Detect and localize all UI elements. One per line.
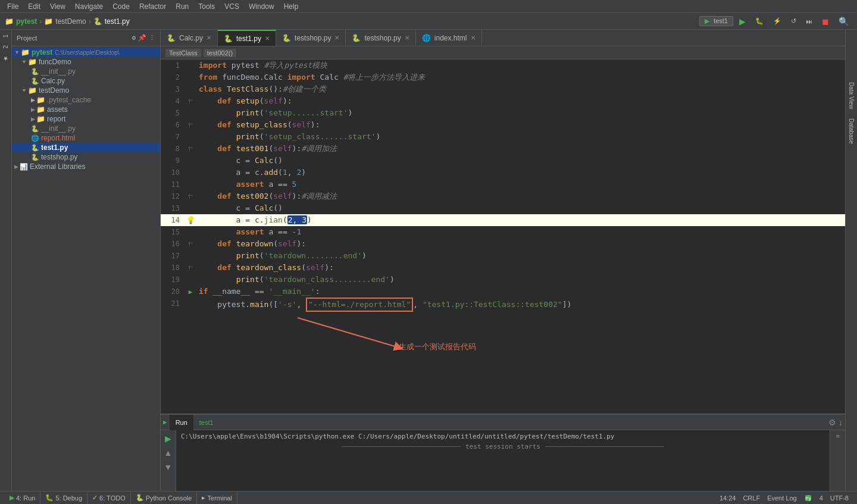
python-console-status-item[interactable]: 🐍 Python Console [131,492,198,504]
debug-button[interactable]: 🐛 [752,16,767,26]
test1-tab-close[interactable]: ✕ [265,35,270,42]
line-num-16: 16 [161,238,184,250]
python-console-icon: 🐍 [136,494,144,502]
rerun-button[interactable]: ↺ [787,16,800,26]
menu-refactor[interactable]: Refactor [135,1,171,12]
tree-item-calc[interactable]: 🐍 Calc.py [12,76,160,86]
line-gutter-16 [184,238,196,250]
right-sidebar-database[interactable]: Database [847,114,856,149]
breadcrumb-pytest[interactable]: pytest [16,17,37,26]
tree-item-test1[interactable]: 🐍 test1.py [12,143,160,152]
menu-view[interactable]: View [45,1,70,12]
tree-item-report-html[interactable]: 🌐 report.html [12,133,160,143]
tree-item-assets[interactable]: ▶ 📁 assets [12,105,160,114]
tab-index[interactable]: 🌐 index.html ✕ [416,30,482,46]
terminal-status-item[interactable]: ▸ Terminal [197,492,237,504]
line-gutter-9 [184,155,196,167]
menu-help[interactable]: Help [279,1,304,12]
python-console-label: Python Console [146,494,192,502]
run-up-btn[interactable]: ▲ [163,447,174,459]
code-line-2: 2 from funcDemo.Calc import Calc #将上一步方法… [161,71,845,83]
tab-testshop1[interactable]: 🐍 testshop.py ✕ [276,30,346,46]
menu-file[interactable]: File [2,1,23,12]
run-tab-controls: ⚙ ↓ [828,418,843,427]
coverage-button[interactable]: ⚡ [770,16,785,26]
search-button[interactable]: 🔍 [835,15,852,27]
tree-item-init1[interactable]: 🐍 __init__.py [12,67,160,76]
line-gutter-18 [184,262,196,274]
menu-navigate[interactable]: Navigate [70,1,108,12]
line-content-6: def setup_class(self): [196,119,845,131]
line-num-19: 19 [161,274,184,286]
tree-item-testshop[interactable]: 🐍 testshop.py [12,152,160,162]
line-content-15: assert a == -1 [196,226,845,238]
line-num-10: 10 [161,167,184,179]
breadcrumb-testdemo[interactable]: testDemo [55,17,86,26]
annotation-area: 生成一个测试报告代码 [161,312,845,359]
tree-item-ext-libs[interactable]: ▶ 📊 External Libraries [12,162,160,171]
code-line-12: 12 def test002(self):#调用减法 [161,190,845,202]
line-col-display[interactable]: 14:24 [716,494,740,502]
calc-tab-close[interactable]: ✕ [207,35,211,41]
event-log-btn[interactable]: Event Log [764,494,800,502]
run-status-item[interactable]: ▶ 4: Run [5,492,40,504]
editor-area: 🐍 Calc.py ✕ 🐍 test1.py ✕ 🐍 testshop.py ✕… [161,30,845,491]
encoding-display[interactable]: CRLF [739,494,764,502]
run-tab-name[interactable]: test1 [193,415,220,430]
method-breadcrumb-btn[interactable]: test002() [204,49,236,57]
stop-button[interactable]: ◼ [818,15,833,27]
todo-status-item[interactable]: ✓ 6: TODO [87,492,131,504]
editor-breadcrumb: TestClass test002() [161,46,845,60]
tab-testshop2[interactable]: 🐍 testshop.py ✕ [346,30,415,46]
run-down-btn[interactable]: ▼ [163,461,174,473]
menu-edit[interactable]: Edit [23,1,45,12]
favorites-icon[interactable]: ★ [1,53,10,64]
tab-test1[interactable]: 🐍 test1.py ✕ [218,30,276,46]
python-version-btn[interactable]: Py [800,493,816,502]
line-content-8: def test001(self):#调用加法 [196,143,845,155]
line-num-17: 17 [161,250,184,262]
menu-vcs[interactable]: VCS [220,1,244,12]
run-button[interactable]: ▶ [736,15,749,27]
menu-window[interactable]: Window [244,1,279,12]
charset-btn[interactable]: UTF-8 [827,494,852,502]
line-num-3: 3 [161,83,184,95]
structure-icon[interactable]: 2 [1,43,10,51]
svg-rect-6 [188,195,193,196]
calc-tab-icon: 🐍 [167,34,176,42]
right-sidebar-dataview[interactable]: Data View [847,77,856,114]
tree-item-init2[interactable]: 🐍 __init__.py [12,124,160,133]
debug-status-item[interactable]: 🐛 5: Debug [40,492,87,504]
tree-item-funcdemo[interactable]: ▼ 📁 funcDemo [12,57,160,67]
tree-item-testdemo[interactable]: ▼ 📁 testDemo [12,86,160,95]
settings-gear-btn[interactable]: ⚙ [828,418,836,427]
code-editor[interactable]: 1 import pytest #导入pytest模块 2 from funcD… [161,60,845,414]
menu-code[interactable]: Code [108,1,135,12]
tree-item-pytest-cache[interactable]: ▶ 📁 .pytest_cache [12,95,160,105]
settings-icon[interactable]: ⚙ [132,34,136,42]
class-breadcrumb-btn[interactable]: TestClass [165,49,201,57]
breadcrumb-test1[interactable]: test1.py [105,17,130,26]
test1-tab-label: test1.py [236,35,261,43]
run-play-btn[interactable]: ▶ [164,433,173,444]
tree-item-pytest[interactable]: ▼ 📁 pytest C:\Users\apple\Desktop\ [12,48,160,57]
testshop2-tab-close[interactable]: ✕ [405,35,409,41]
line-gutter-20: ▶ [184,286,196,298]
menu-tools[interactable]: Tools [193,1,220,12]
tree-item-report-folder[interactable]: ▶ 📁 report [12,114,160,124]
run-tab-run[interactable]: Run [170,415,193,430]
stop-forward-button[interactable]: ⏭ [802,17,816,26]
menu-run[interactable]: Run [171,1,193,12]
code-line-4: 4 def setup(self): [161,95,845,107]
line-num-12: 12 [161,190,184,202]
project-tree: ▼ 📁 pytest C:\Users\apple\Desktop\ ▼ 📁 f… [12,46,160,491]
tab-calc[interactable]: 🐍 Calc.py ✕ [161,30,218,46]
todo-status-icon: ✓ [92,494,98,502]
testshop1-tab-close[interactable]: ✕ [334,35,339,41]
gear-icon[interactable]: ⋮ [149,34,155,42]
project-icon[interactable]: 1 [1,32,10,40]
indent-btn[interactable]: 4 [816,494,827,502]
pin-icon[interactable]: 📌 [138,34,146,42]
close-run-btn[interactable]: ↓ [839,418,843,427]
index-tab-close[interactable]: ✕ [471,35,476,41]
